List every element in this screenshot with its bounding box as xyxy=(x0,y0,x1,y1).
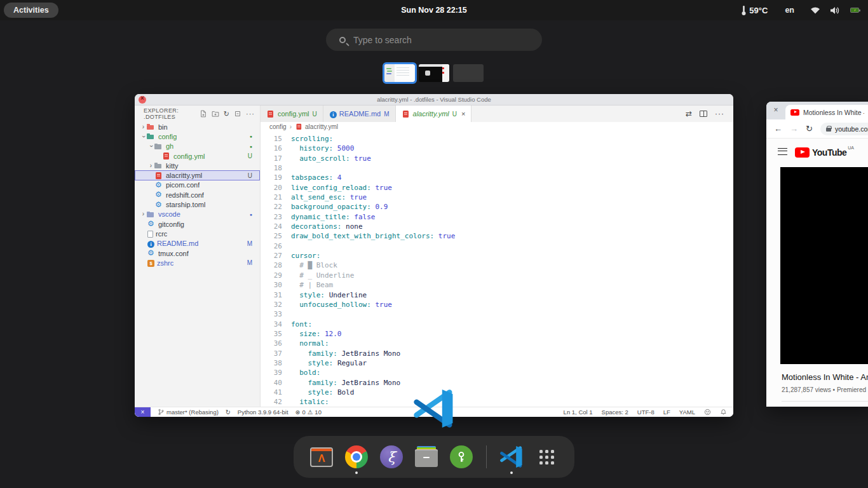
workspace-thumbnail-3-empty[interactable] xyxy=(453,64,484,82)
dock-alacritty[interactable] xyxy=(308,440,336,473)
dock-emacs[interactable]: ξ xyxy=(377,440,405,473)
youtube-logo[interactable]: YouTube UA xyxy=(795,146,854,158)
line-content: auto_scroll: true xyxy=(291,154,371,164)
files-icon xyxy=(415,449,438,468)
tree-item-bin[interactable]: ›bin xyxy=(135,122,260,132)
problems-indicator[interactable]: ⊗ 0 ⚠ 10 xyxy=(295,409,322,416)
tree-item-gitconfig[interactable]: ⚙gitconfig xyxy=(135,219,260,229)
dock-keepassxc[interactable] xyxy=(447,440,475,473)
token-p xyxy=(291,271,299,280)
remote-indicator[interactable]: × xyxy=(135,407,151,417)
system-tray[interactable]: 59°C en xyxy=(741,0,859,20)
git-status-badge: U xyxy=(248,172,252,179)
code-line: 42 italic: xyxy=(261,398,733,407)
line-content: size: 12.0 xyxy=(291,330,342,339)
tree-item-picom.conf[interactable]: ⚙picom.conf xyxy=(135,180,260,190)
chrome-active-tab[interactable]: Motionless In White - A ◄ xyxy=(785,105,868,119)
search-input[interactable] xyxy=(353,35,519,45)
status-item[interactable]: UTF-8 xyxy=(637,409,654,416)
open-changes-icon[interactable]: ⇄ xyxy=(686,109,692,118)
split-editor-icon[interactable] xyxy=(700,111,707,117)
token-p xyxy=(291,154,299,163)
workspace-thumbnail-2[interactable] xyxy=(419,64,449,82)
token-p xyxy=(291,144,299,152)
vscode-explorer-panel: EXPLORER: .DOTFILES ↻ ··· ›bin›config●›g… xyxy=(135,105,261,407)
tree-item-redshift.conf[interactable]: ⚙redshift.conf xyxy=(135,190,260,200)
search-icon xyxy=(339,37,346,43)
tree-item-alacritty.yml[interactable]: alacritty.ymlU xyxy=(135,170,260,180)
dock-chrome[interactable] xyxy=(342,440,370,473)
new-folder-icon[interactable] xyxy=(212,110,219,118)
file-label: README.md xyxy=(157,240,198,247)
tree-item-config[interactable]: ›config● xyxy=(135,132,260,141)
git-branch-status[interactable]: master* (Rebasing) xyxy=(158,409,219,416)
code-line: 28 # █ Block xyxy=(261,261,733,271)
tree-item-rcrc[interactable]: rcrc xyxy=(135,229,260,238)
git-status-badge: M xyxy=(247,259,252,266)
code-editor[interactable]: 15scrolling:16 history: 500017 auto_scro… xyxy=(261,131,733,407)
window-title: alacritty.yml - .dotfiles - Visual Studi… xyxy=(135,96,733,103)
dock-files[interactable] xyxy=(412,440,440,473)
breadcrumb-file[interactable]: alacritty.yml xyxy=(305,123,338,130)
tab-close-icon[interactable]: × xyxy=(771,105,780,114)
code-line: 25draw_bold_text_with_bright_colors: tru… xyxy=(261,232,733,241)
status-item[interactable]: Spaces: 2 xyxy=(602,409,628,416)
token-s: Regular xyxy=(337,359,367,367)
refresh-explorer-icon[interactable]: ↻ xyxy=(224,110,229,118)
status-item[interactable]: Ln 1, Col 1 xyxy=(564,409,593,416)
youtube-region-badge: UA xyxy=(848,146,854,150)
video-player[interactable] xyxy=(780,167,868,364)
status-item[interactable]: YAML xyxy=(679,409,695,416)
tree-item-zshrc[interactable]: zshrcM xyxy=(135,258,260,268)
address-bar[interactable]: youtube.com/wa xyxy=(820,123,868,135)
vscode-window[interactable]: alacritty.yml - .dotfiles - Visual Studi… xyxy=(135,94,733,417)
chrome-window[interactable]: × Motionless In White - A ◄ ← → ↻ youtub… xyxy=(766,102,868,407)
tree-item-tmux.conf[interactable]: ⚙tmux.conf xyxy=(135,248,260,258)
status-item[interactable]: LF xyxy=(663,409,670,416)
close-tab-icon[interactable]: × xyxy=(461,110,465,118)
code-line: 19tabspaces: 4 xyxy=(261,173,733,183)
line-number: 24 xyxy=(261,222,282,232)
keyboard-layout-indicator[interactable]: en xyxy=(785,6,794,15)
tree-item-starship.toml[interactable]: ⚙starship.toml xyxy=(135,200,260,209)
breadcrumb[interactable]: config › alacritty.yml xyxy=(261,122,733,131)
git-status-badge: M xyxy=(247,240,252,247)
code-line: 38 style: Regular xyxy=(261,359,733,369)
hamburger-menu-icon[interactable] xyxy=(778,148,787,155)
token-p xyxy=(346,193,350,201)
views-more-actions-icon[interactable]: ··· xyxy=(246,110,255,118)
reload-icon[interactable]: ↻ xyxy=(806,124,813,133)
line-number: 41 xyxy=(261,388,282,398)
collapse-folders-icon[interactable] xyxy=(234,110,241,118)
sync-changes-button[interactable]: ↻ xyxy=(226,409,231,416)
token-p xyxy=(333,144,337,152)
editor-tab-alacritty.yml[interactable]: alacritty.ymlU× xyxy=(396,105,472,122)
lock-icon[interactable] xyxy=(826,128,831,132)
feedback-smiley-icon[interactable] xyxy=(704,409,711,416)
vscode-app-icon[interactable] xyxy=(414,388,454,429)
editor-tab-config.yml[interactable]: config.ymlU xyxy=(261,105,323,122)
dock-show-applications[interactable] xyxy=(532,440,560,473)
tree-item-gh[interactable]: ›gh● xyxy=(135,142,260,151)
python-interpreter[interactable]: Python 3.9.9 64-bit xyxy=(238,409,288,416)
breadcrumb-folder[interactable]: config xyxy=(269,123,287,130)
line-content: style: Regular xyxy=(291,359,367,369)
workspace-thumbnail-1[interactable] xyxy=(384,64,415,82)
tree-item-kitty[interactable]: ›kitty xyxy=(135,161,260,170)
tree-item-README.md[interactable]: README.mdM xyxy=(135,239,260,248)
code-line: 27cursor: xyxy=(261,252,733,261)
editor-tab-bar: config.ymlUREADME.mdMalacritty.ymlU×⇄··· xyxy=(261,105,733,122)
overview-search[interactable] xyxy=(326,29,542,51)
new-file-icon[interactable] xyxy=(200,110,207,118)
back-icon[interactable]: ← xyxy=(774,124,782,133)
tree-item-config.yml[interactable]: config.ymlU xyxy=(135,151,260,161)
clock[interactable]: Sun Nov 28 22:15 xyxy=(0,6,868,15)
dock-vscode[interactable] xyxy=(498,440,526,473)
editor-tab-README.md[interactable]: README.mdM xyxy=(323,105,396,122)
notifications-bell-icon[interactable] xyxy=(720,409,727,416)
token-k: decorations: xyxy=(291,222,341,231)
thermometer-icon xyxy=(741,5,747,16)
editor-more-actions-icon[interactable]: ··· xyxy=(715,109,724,118)
tree-item-vscode[interactable]: ›vscode● xyxy=(135,210,260,219)
forward-icon[interactable]: → xyxy=(790,124,798,133)
